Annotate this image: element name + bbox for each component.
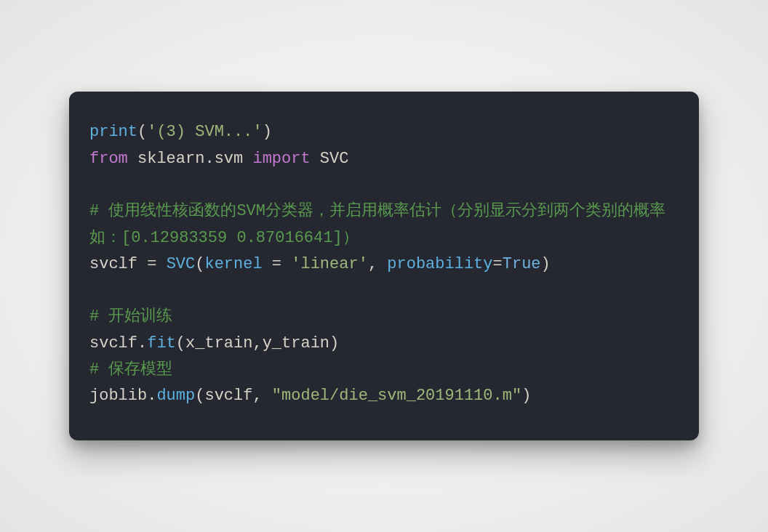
space	[156, 255, 166, 273]
method-dump: dump	[156, 387, 195, 405]
string-literal: "model/die_svm_20191110.m"	[272, 387, 521, 405]
param-probability: probability	[387, 255, 492, 273]
op-assign: =	[272, 255, 281, 273]
class-svc: SVC	[167, 255, 196, 273]
code-block: print('(3) SVM...') from sklearn.svm imp…	[89, 119, 679, 409]
method-fit: fit	[147, 334, 176, 352]
space	[281, 255, 291, 273]
comment-line: # 开始训练	[89, 307, 172, 326]
space	[263, 255, 272, 273]
string-literal: 'linear'	[291, 255, 368, 273]
dot: .	[137, 334, 147, 352]
paren-close: )	[521, 387, 531, 405]
var-svclf: svclf	[89, 255, 147, 273]
imported-name: SVC	[311, 150, 349, 168]
module-joblib: joblib	[89, 387, 147, 405]
bool-true: True	[503, 255, 541, 273]
comment-line: # 保存模型	[89, 360, 172, 379]
arg-xtrain: x_train	[185, 334, 252, 352]
comma: ,	[252, 387, 271, 405]
arg-ytrain: y_train	[263, 334, 329, 352]
builtin-print: print	[89, 123, 137, 141]
paren-open: (	[176, 334, 185, 352]
op-assign: =	[493, 255, 503, 273]
code-card: print('(3) SVM...') from sklearn.svm imp…	[69, 92, 699, 440]
comma: ,	[368, 255, 387, 273]
keyword-from: from	[89, 150, 128, 168]
string-literal: '(3) SVM...'	[147, 123, 262, 141]
arg-svclf: svclf	[204, 387, 252, 405]
dot: .	[147, 387, 156, 405]
keyword-import: import	[252, 150, 310, 168]
module-path: sklearn.svm	[128, 150, 253, 168]
param-kernel: kernel	[204, 255, 262, 273]
paren-close: )	[263, 123, 272, 141]
paren-close: )	[329, 334, 339, 352]
comment-line: # 使用线性核函数的SVM分类器，并启用概率估计（分别显示分到两个类别的概率如：…	[89, 202, 665, 246]
paren-open: (	[137, 123, 147, 141]
var-svclf: svclf	[89, 334, 137, 352]
comma: ,	[252, 334, 262, 352]
paren-close: )	[541, 255, 551, 273]
paren-open: (	[195, 387, 204, 405]
paren-open: (	[195, 255, 204, 273]
op-assign: =	[147, 255, 156, 273]
